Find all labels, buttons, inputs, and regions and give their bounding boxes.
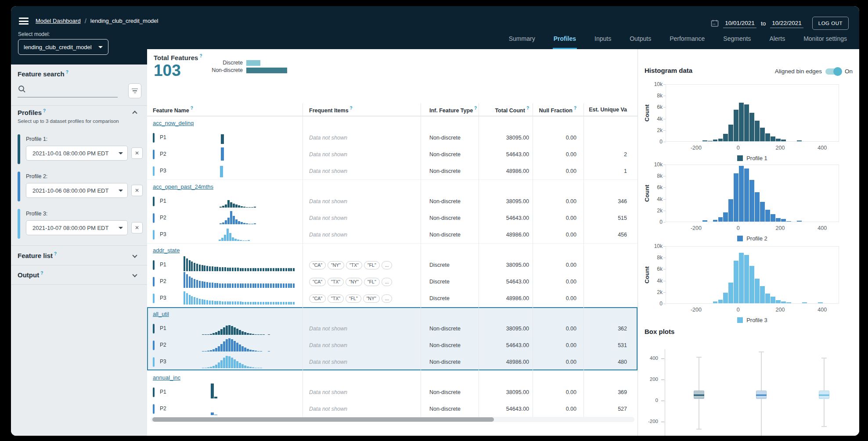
feature-list-section-header[interactable]: Feature list?	[18, 251, 57, 259]
profiles-section-header[interactable]: Profiles?	[18, 108, 46, 116]
profile1-select[interactable]: 2021-10-01 08:00:00 PM EDT	[26, 146, 128, 161]
total-features-value: 103	[154, 61, 181, 80]
frequent-item-chip[interactable]: ...	[382, 278, 393, 286]
col-frequent-items[interactable]: Frequent Items?	[309, 106, 353, 114]
frequent-item-chip[interactable]: "CA"	[309, 261, 326, 269]
col-est-unique[interactable]: Est. Unique Va	[589, 107, 627, 113]
help-icon[interactable]: ?	[474, 106, 477, 111]
divider	[11, 265, 147, 265]
col-total-count[interactable]: Total Count?	[495, 106, 529, 114]
col-feature-name[interactable]: Feature Name?	[153, 106, 193, 114]
frequent-item-chip[interactable]: "FL"	[346, 294, 361, 303]
y-axis-tick-label: 10k	[646, 81, 663, 87]
profile2-select[interactable]: 2021-10-06 08:00:00 PM EDT	[26, 183, 128, 198]
col-null-fraction[interactable]: Null Fraction?	[539, 106, 576, 114]
frequent-item-chip[interactable]: "NY"	[346, 278, 362, 286]
col-inf-feature-type[interactable]: Inf. Feature Type?	[429, 106, 477, 114]
feature-name-link[interactable]: annual_inc	[153, 374, 180, 381]
profile-row[interactable]: P3Data not shownNon-discrete48986.000.00…	[147, 354, 637, 370]
inf-feature-type-cell: Non-discrete	[421, 354, 479, 370]
profile-row[interactable]: P2Data not shownNon-discrete54643.000.00…	[147, 146, 637, 163]
tab-segments[interactable]: Segments	[722, 35, 752, 49]
search-input[interactable]	[29, 84, 116, 96]
help-icon[interactable]: ?	[199, 54, 202, 58]
tab-monitor-settings[interactable]: Monitor settings	[803, 35, 848, 49]
filter-button[interactable]	[128, 83, 141, 98]
aligned-bin-edges-toggle[interactable]	[825, 68, 841, 75]
box-median-line	[694, 394, 704, 396]
help-icon[interactable]: ?	[526, 106, 529, 111]
feature-name-link[interactable]: acc_now_delinq	[153, 120, 194, 126]
help-icon[interactable]: ?	[191, 106, 193, 111]
help-icon[interactable]: ?	[43, 108, 46, 113]
date-start-input[interactable]: 10/01/2021	[723, 19, 756, 28]
profile1-clear-button[interactable]: ✕	[131, 147, 143, 159]
histogram-bar	[749, 266, 754, 303]
frequent-item-chip[interactable]: "FL"	[364, 261, 380, 269]
tab-performance[interactable]: Performance	[669, 35, 706, 49]
chevron-up-icon[interactable]	[132, 111, 137, 115]
divider	[11, 245, 147, 246]
profile-color-tick	[153, 387, 155, 397]
frequent-item-chip[interactable]: "NY"	[363, 294, 380, 303]
profile-row[interactable]: P1Data not shownNon-discrete38095.000.00…	[147, 193, 637, 210]
frequent-item-chip[interactable]: "NY"	[328, 261, 344, 269]
tab-alerts[interactable]: Alerts	[768, 35, 786, 49]
horizontal-scrollbar-thumb[interactable]	[152, 417, 494, 422]
y-axis-tick-label: 2k	[646, 289, 663, 295]
output-section-header[interactable]: Output?	[18, 271, 43, 279]
profile2-clear-button[interactable]: ✕	[131, 185, 143, 196]
profile-row[interactable]: P1Data not shownNon-discrete38095.000.00…	[147, 320, 637, 337]
profile-row[interactable]: P2Data not shownNon-discrete54643.000.00…	[147, 337, 637, 354]
chevron-down-icon[interactable]	[132, 253, 137, 258]
est-unique-cell: 369	[583, 384, 637, 401]
profile3-select[interactable]: 2021-10-07 08:00:00 PM EDT	[26, 220, 128, 235]
profile-row[interactable]: P3Data not shownNon-discrete48986.000.00…	[147, 226, 637, 243]
help-icon[interactable]: ?	[54, 251, 57, 256]
frequent-item-chip[interactable]: "TX"	[328, 278, 344, 286]
breadcrumb-model-dashboard-link[interactable]: Model Dashboard	[36, 18, 81, 24]
feature-name-link[interactable]: acc_open_past_24mths	[153, 183, 213, 190]
profile-row[interactable]: P1Data not shownNon-discrete38095.000.00	[147, 129, 637, 146]
help-icon[interactable]: ?	[66, 70, 68, 75]
frequent-item-chip[interactable]: ...	[382, 294, 393, 303]
tab-summary[interactable]: Summary	[508, 35, 536, 49]
frequent-item-chip[interactable]: "CA"	[309, 294, 326, 303]
profile-color-tick	[153, 166, 155, 176]
profile-row[interactable]: P1"CA""NY""TX""FL"...Discrete38095.000.0…	[147, 257, 637, 273]
est-unique-cell: 456	[583, 226, 637, 243]
profile-row[interactable]: P2Data not shownNon-discrete54643.000.00…	[147, 401, 637, 417]
feature-name-link[interactable]: addr_state	[153, 247, 180, 254]
calendar-icon[interactable]	[711, 19, 719, 27]
horizontal-scrollbar-track[interactable]	[151, 417, 634, 422]
frequent-item-chip[interactable]: "FL"	[364, 278, 380, 286]
frequent-item-chip[interactable]: "CA"	[309, 278, 326, 286]
tab-inputs[interactable]: Inputs	[594, 35, 612, 49]
help-icon[interactable]: ?	[574, 106, 576, 111]
mini-histogram	[184, 256, 295, 271]
frequent-item-chip[interactable]: ...	[382, 261, 393, 269]
help-icon[interactable]: ?	[40, 271, 43, 276]
profile-row[interactable]: P3Data not shownNon-discrete48986.000.00…	[147, 163, 637, 179]
help-icon[interactable]: ?	[350, 106, 353, 111]
chevron-down-icon[interactable]	[132, 272, 137, 277]
profile3-clear-button[interactable]: ✕	[131, 222, 143, 233]
hamburger-menu-icon[interactable]	[19, 18, 29, 25]
frequent-item-chip[interactable]: "TX"	[346, 261, 362, 269]
total-count-cell: 38095.00	[479, 193, 533, 210]
profile-row[interactable]: P2Data not shownNon-discrete54643.000.00…	[147, 210, 637, 226]
breadcrumb-separator: /	[85, 17, 86, 25]
frequent-items-cell: Data not shown	[303, 337, 421, 354]
profile-row[interactable]: P3"CA""TX""FL""NY"...Discrete48986.000.0…	[147, 290, 637, 307]
tab-profiles[interactable]: Profiles	[553, 35, 577, 49]
profile-row[interactable]: P2"CA""TX""NY""FL"...Discrete54643.000.0…	[147, 273, 637, 290]
mini-histogram	[211, 384, 217, 398]
chart-legend: Profile 2	[666, 235, 839, 242]
model-select-dropdown[interactable]: lending_club_credit_model	[18, 39, 108, 55]
feature-name-link[interactable]: all_util	[153, 311, 169, 317]
frequent-item-chip[interactable]: "TX"	[328, 294, 344, 303]
profile-row[interactable]: P1Data not shownNon-discrete38095.000.00…	[147, 384, 637, 401]
logout-button[interactable]: LOG OUT	[812, 17, 849, 30]
tab-outputs[interactable]: Outputs	[629, 35, 652, 49]
date-end-input[interactable]: 10/22/2021	[770, 19, 803, 28]
